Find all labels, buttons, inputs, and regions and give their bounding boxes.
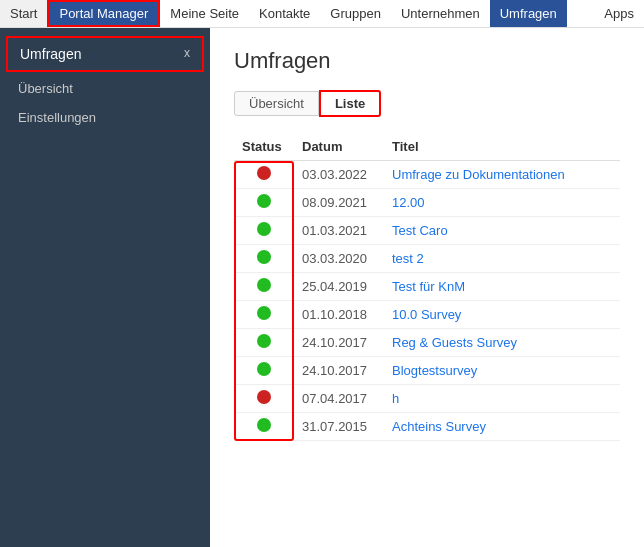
nav-gruppen[interactable]: Gruppen: [320, 0, 391, 27]
table-row: 01.03.2021Test Caro: [234, 217, 620, 245]
title-cell[interactable]: Achteins Survey: [384, 413, 620, 441]
date-cell: 08.09.2021: [294, 189, 384, 217]
tab-ubersicht[interactable]: Übersicht: [234, 91, 319, 116]
title-cell[interactable]: Umfrage zu Dokumentationen: [384, 161, 620, 189]
table-row: 03.03.2022Umfrage zu Dokumentationen: [234, 161, 620, 189]
nav-start[interactable]: Start: [0, 0, 47, 27]
date-cell: 07.04.2017: [294, 385, 384, 413]
date-cell: 01.10.2018: [294, 301, 384, 329]
survey-table: Status Datum Titel 03.03.2022Umfrage zu …: [234, 133, 620, 441]
col-header-status: Status: [234, 133, 294, 161]
title-cell[interactable]: 10.0 Survey: [384, 301, 620, 329]
title-cell[interactable]: Test für KnM: [384, 273, 620, 301]
layout: x Umfragen Übersicht Einstellungen Umfra…: [0, 28, 644, 547]
status-cell: [234, 301, 294, 329]
nav-unternehmen[interactable]: Unternehmen: [391, 0, 490, 27]
table-row: 08.09.202112.00: [234, 189, 620, 217]
sidebar-header[interactable]: x Umfragen: [6, 36, 204, 72]
nav-meine-seite[interactable]: Meine Seite: [160, 0, 249, 27]
title-cell[interactable]: test 2: [384, 245, 620, 273]
table-row: 07.04.2017h: [234, 385, 620, 413]
status-cell: [234, 413, 294, 441]
status-dot-green: [257, 194, 271, 208]
date-cell: 24.10.2017: [294, 329, 384, 357]
date-cell: 03.03.2020: [294, 245, 384, 273]
table-row: 24.10.2017Blogtestsurvey: [234, 357, 620, 385]
tabs: Übersicht Liste: [234, 90, 620, 117]
status-dot-green: [257, 222, 271, 236]
main-content: Umfragen Übersicht Liste Status Datum Ti…: [210, 28, 644, 547]
title-cell[interactable]: h: [384, 385, 620, 413]
sidebar-title: Umfragen: [20, 46, 81, 62]
status-cell: [234, 329, 294, 357]
nav-apps[interactable]: Apps: [594, 0, 644, 27]
date-cell: 01.03.2021: [294, 217, 384, 245]
status-cell: [234, 161, 294, 189]
status-dot-green: [257, 250, 271, 264]
table-row: 24.10.2017Reg & Guests Survey: [234, 329, 620, 357]
table-row: 01.10.201810.0 Survey: [234, 301, 620, 329]
sidebar: x Umfragen Übersicht Einstellungen: [0, 28, 210, 547]
col-header-titel: Titel: [384, 133, 620, 161]
table-row: 31.07.2015Achteins Survey: [234, 413, 620, 441]
sidebar-item-einstellungen[interactable]: Einstellungen: [0, 103, 210, 132]
table-row: 25.04.2019Test für KnM: [234, 273, 620, 301]
title-cell[interactable]: Blogtestsurvey: [384, 357, 620, 385]
col-header-datum: Datum: [294, 133, 384, 161]
date-cell: 31.07.2015: [294, 413, 384, 441]
status-cell: [234, 189, 294, 217]
status-dot-green: [257, 306, 271, 320]
table-row: 03.03.2020test 2: [234, 245, 620, 273]
sidebar-item-ubersicht[interactable]: Übersicht: [0, 74, 210, 103]
status-dot-red: [257, 166, 271, 180]
page-title: Umfragen: [234, 48, 620, 74]
nav-umfragen[interactable]: Umfragen: [490, 0, 567, 27]
date-cell: 25.04.2019: [294, 273, 384, 301]
status-dot-green: [257, 362, 271, 376]
nav-kontakte[interactable]: Kontakte: [249, 0, 320, 27]
title-cell[interactable]: Reg & Guests Survey: [384, 329, 620, 357]
status-dot-green: [257, 418, 271, 432]
nav-portal-manager[interactable]: Portal Manager: [47, 0, 160, 27]
title-cell[interactable]: 12.00: [384, 189, 620, 217]
sidebar-close-icon[interactable]: x: [184, 46, 190, 60]
tab-liste[interactable]: Liste: [319, 90, 381, 117]
date-cell: 24.10.2017: [294, 357, 384, 385]
top-nav: Start Portal Manager Meine Seite Kontakt…: [0, 0, 644, 28]
status-cell: [234, 217, 294, 245]
status-cell: [234, 357, 294, 385]
status-dot-green: [257, 334, 271, 348]
status-dot-green: [257, 278, 271, 292]
title-cell[interactable]: Test Caro: [384, 217, 620, 245]
status-dot-red: [257, 390, 271, 404]
status-cell: [234, 245, 294, 273]
date-cell: 03.03.2022: [294, 161, 384, 189]
status-cell: [234, 273, 294, 301]
status-cell: [234, 385, 294, 413]
